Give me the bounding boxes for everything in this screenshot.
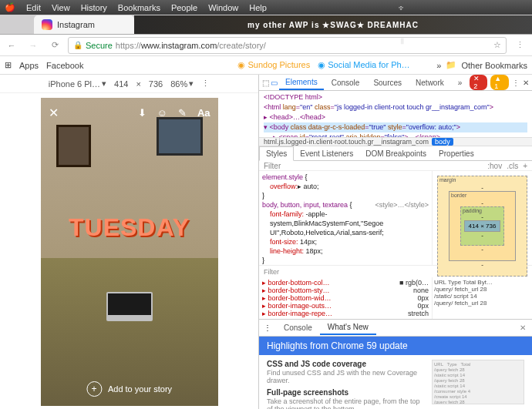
device-preview-pane: iPhone 6 Pl… ▾ 414 × 736 86% ▾ ⋮ ✕ ⬇	[0, 75, 259, 409]
bookmark-sundog[interactable]: ◉ Sundog Pictures	[237, 60, 310, 70]
dom-tree[interactable]: <!DOCTYPE html> <html lang="en" class="j…	[259, 91, 532, 137]
menu-window[interactable]: Window	[208, 3, 238, 12]
tab-more[interactable]: »	[452, 76, 469, 89]
chrome-menu-icon[interactable]: ⋮	[511, 40, 529, 50]
story-text-overlay[interactable]: TUESDAY	[69, 213, 190, 242]
story-photo	[41, 98, 218, 406]
add-to-story-button[interactable]: + Add to your story	[86, 381, 172, 397]
new-rule-icon[interactable]: +	[523, 162, 527, 170]
apps-label[interactable]: Apps	[19, 61, 39, 70]
tab-network[interactable]: Network	[409, 76, 450, 89]
draw-icon[interactable]: ✎	[178, 107, 187, 119]
tab-sources[interactable]: Sources	[367, 76, 408, 89]
instagram-icon	[42, 19, 52, 30]
whatsnew-thumbnail: URL Type Total /query fetch 28/static sc…	[432, 360, 524, 404]
tab-console[interactable]: Console	[325, 76, 366, 89]
styles-filter-row: Filter :hov .cls +	[259, 161, 532, 171]
chrome-tabstrip: Instagram my other AWP is ★SWAG★ DREAMHA…	[0, 15, 532, 35]
menu-people[interactable]: People	[171, 3, 197, 12]
inspect-icon[interactable]: ⬚	[262, 79, 269, 87]
menu-history[interactable]: History	[81, 3, 107, 12]
apps-icon[interactable]: ⊞	[5, 60, 12, 70]
rendered-fonts: URL Type Total Byt…/query/ fetch_url 28/…	[432, 277, 532, 319]
tab-properties[interactable]: Properties	[433, 147, 480, 160]
box-model[interactable]: margin- border- padding- 414 × 736 - - -	[432, 171, 532, 265]
theme-banner: my other AWP is ★SWAG★ DREAMHAC	[134, 15, 532, 34]
computed-list[interactable]: ▸ border-bottom-col…■ rgb(0… ▸ border-bo…	[259, 277, 432, 319]
drawer: ⋮ Console What's New ✕ Highlights from C…	[259, 319, 532, 409]
drawer-tab-console[interactable]: Console	[276, 321, 320, 334]
css-rules[interactable]: element.style { overflow:▸ auto; } body,…	[259, 171, 432, 265]
bookmark-star-icon[interactable]: ☆	[493, 40, 501, 50]
zoom-select[interactable]: 86% ▾	[170, 79, 194, 89]
bookmark-socialmedia[interactable]: ◉ Social Media for Ph…	[318, 60, 409, 70]
device-menu-icon[interactable]: ⋮	[201, 79, 210, 89]
styles-tabs: Styles Event Listeners DOM Breakpoints P…	[259, 146, 532, 161]
macos-menubar: 🍎 Edit View History Bookmarks People Win…	[0, 0, 532, 15]
drawer-menu-icon[interactable]: ⋮	[259, 324, 276, 332]
overflow-icon[interactable]: »	[436, 61, 441, 70]
error-count[interactable]: ✕ 2	[470, 75, 487, 90]
plus-circle-icon: +	[86, 381, 102, 397]
menu-view[interactable]: View	[52, 3, 70, 12]
menu-bookmarks[interactable]: Bookmarks	[118, 3, 160, 12]
device-height[interactable]: 736	[149, 79, 163, 89]
device-select[interactable]: iPhone 6 Pl… ▾	[49, 79, 106, 89]
tab-styles[interactable]: Styles	[259, 146, 294, 161]
warning-count[interactable]: ▲ 1	[490, 75, 509, 90]
folder-icon: 📁	[446, 60, 456, 70]
device-toggle-icon[interactable]: ▭	[271, 79, 278, 87]
device-toolbar: iPhone 6 Pl… ▾ 414 × 736 86% ▾ ⋮	[0, 75, 258, 93]
hov-toggle[interactable]: :hov	[487, 162, 502, 170]
bookmark-facebook[interactable]: Facebook	[46, 61, 83, 70]
devtools-menu-icon[interactable]: ⋮	[512, 79, 520, 87]
menu-edit[interactable]: Edit	[26, 3, 41, 12]
address-bar[interactable]: 🔒 Secure https://www.instagram.com/creat…	[68, 37, 507, 54]
tab-instagram[interactable]: Instagram	[34, 15, 134, 34]
apple-menu-icon[interactable]: 🍎	[5, 2, 15, 12]
menu-help[interactable]: Help	[249, 3, 267, 12]
phone-viewport: ✕ ⬇ ☺ ✎ Aa TUESDAY + Add to your story	[41, 98, 218, 406]
tab-elements[interactable]: Elements	[279, 75, 324, 90]
url-text: https://www.instagram.com/create/story/	[116, 41, 266, 50]
drawer-close-icon[interactable]: ✕	[513, 324, 532, 332]
devtools-panel: ⬚ ▭ Elements Console Sources Network » ✕…	[259, 75, 532, 409]
back-button[interactable]: ←	[3, 37, 20, 54]
other-bookmarks[interactable]: Other Bookmarks	[461, 61, 527, 70]
reload-button[interactable]: ⟳	[46, 37, 63, 54]
drawer-tab-whatsnew[interactable]: What's New	[320, 320, 376, 335]
whatsnew-header: Highlights from Chrome 59 update	[259, 337, 532, 355]
close-icon[interactable]: ✕	[49, 106, 59, 120]
devtools-tabs: ⬚ ▭ Elements Console Sources Network » ✕…	[259, 75, 532, 91]
toolbar: ← → ⟳ 🔒 Secure https://www.instagram.com…	[0, 35, 532, 56]
forward-button[interactable]: →	[25, 37, 42, 54]
bookmarks-bar: ⊞ Apps Facebook ◉ Sundog Pictures ◉ Soci…	[0, 56, 532, 75]
device-width[interactable]: 414	[114, 79, 128, 89]
secure-label: Secure	[86, 41, 113, 50]
sticker-icon[interactable]: ☺	[157, 107, 167, 119]
download-icon[interactable]: ⬇	[138, 107, 146, 119]
text-tool[interactable]: Aa	[197, 107, 210, 119]
tab-eventlisteners[interactable]: Event Listeners	[294, 147, 359, 160]
cls-toggle[interactable]: .cls	[507, 162, 518, 170]
devtools-close-icon[interactable]: ✕	[523, 79, 529, 87]
tab-dombreakpoints[interactable]: DOM Breakpoints	[359, 147, 433, 160]
filter-input[interactable]: Filter	[264, 162, 281, 170]
wifi-icon[interactable]: ᯤ	[399, 4, 406, 12]
tab-title: Instagram	[57, 20, 95, 29]
dim-x: ×	[136, 79, 140, 89]
breadcrumb[interactable]: html.js.logged-in.client-root.touch.gr__…	[259, 137, 532, 146]
lock-icon: 🔒	[73, 41, 82, 49]
computed-panel: ▸ border-bottom-col…■ rgb(0… ▸ border-bo…	[259, 277, 532, 319]
computed-filter-input[interactable]: Filter	[264, 268, 279, 276]
whatsnew-text: CSS and JS code coverage Find unused CSS…	[267, 360, 424, 404]
